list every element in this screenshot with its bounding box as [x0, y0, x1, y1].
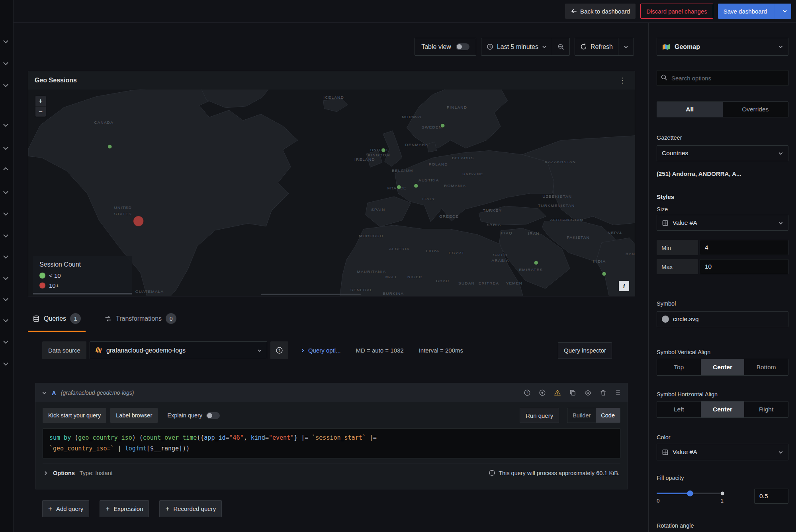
drag-handle-icon[interactable]	[615, 389, 621, 396]
run-query-button[interactable]: Run query	[520, 408, 559, 423]
query-options-collapse[interactable]: Query opti...	[300, 347, 341, 354]
sidebar-chevron-down-icon[interactable]	[3, 296, 8, 301]
add-query-button[interactable]: + Add query	[42, 500, 89, 517]
panel-header[interactable]: Geo Sessions ⋮	[28, 71, 635, 90]
sidebar-chevron-down-icon[interactable]	[3, 275, 8, 280]
symbol-select[interactable]: circle.svg	[657, 311, 788, 327]
query-inspector-button[interactable]: Query inspector	[558, 342, 612, 359]
save-dashboard-menu-button[interactable]	[778, 9, 791, 14]
legend-dot-icon	[39, 283, 45, 288]
legend-scrollbar[interactable]	[33, 293, 132, 294]
chevron-right-icon	[300, 348, 305, 353]
options-label[interactable]: Options	[53, 470, 75, 476]
chevron-down-icon	[778, 151, 783, 156]
symbol-horizontal-align-left[interactable]: Left	[657, 401, 701, 417]
tab-transformations[interactable]: Transformations 0	[100, 307, 181, 332]
fill-opacity-slider[interactable]	[657, 493, 724, 494]
time-range-picker[interactable]: Last 5 minutes	[481, 38, 552, 55]
eye-icon[interactable]	[584, 389, 592, 397]
symbol-horizontal-align-right[interactable]: Right	[744, 401, 788, 417]
gazetteer-select[interactable]: Countries	[657, 145, 788, 161]
symbol-vertical-align-top[interactable]: Top	[657, 359, 701, 375]
min-input[interactable]: 4	[700, 240, 788, 255]
time-range-zoom-out-button[interactable]	[552, 38, 569, 55]
copy-icon[interactable]	[569, 389, 576, 396]
sidebar-chevron-down-icon[interactable]	[3, 232, 8, 238]
chevron-right-icon[interactable]	[43, 471, 48, 475]
help-circle-icon[interactable]: ?	[524, 389, 531, 396]
add-expression-button[interactable]: + Expression	[100, 500, 149, 517]
panel-toolbar: Table view Last 5 minutes	[415, 38, 634, 56]
sidebar-chevron-down-icon[interactable]	[3, 339, 8, 344]
options-tab-overrides[interactable]: Overrides	[723, 102, 788, 117]
code-mode-button[interactable]: Code	[596, 408, 620, 423]
visualization-picker[interactable]: Geomap	[657, 38, 788, 56]
arrow-left-icon	[571, 8, 577, 14]
warning-icon[interactable]	[554, 389, 561, 396]
logql-code-editor[interactable]: sum by (geo_country_iso) (count_over_tim…	[43, 428, 620, 458]
legend-item-label: < 10	[49, 272, 61, 279]
sidebar-chevron-down-icon[interactable]	[3, 253, 8, 259]
datasource-help-button[interactable]: ?	[270, 341, 288, 359]
panel-menu-kebab-icon[interactable]: ⋮	[616, 75, 628, 86]
tab-transformations-label: Transformations	[116, 315, 162, 322]
legend-item[interactable]: 10+	[39, 282, 125, 289]
sidebar-chevron-down-icon[interactable]	[3, 82, 8, 87]
transformations-count-badge: 0	[166, 313, 176, 324]
table-view-toggle[interactable]	[456, 43, 469, 50]
map-attribution-info-icon[interactable]: i	[619, 281, 629, 291]
label-browser-button[interactable]: Label browser	[110, 408, 158, 423]
discard-panel-changes-button[interactable]: Discard panel changes	[640, 4, 713, 19]
button-divider	[775, 4, 775, 19]
map-horizontal-scrollbar[interactable]	[261, 294, 361, 295]
builder-mode-button[interactable]: Builder	[567, 408, 596, 423]
svg-text:NORWAY: NORWAY	[402, 115, 422, 119]
legend-item[interactable]: < 10	[39, 272, 125, 279]
save-dashboard-button[interactable]: Save dashboard	[718, 4, 791, 19]
svg-text:AFGHANISTAN: AFGHANISTAN	[550, 218, 583, 222]
query-editor-body: Kick start your query Label browser Expl…	[35, 402, 628, 489]
query-row-header[interactable]: A (grafanacloud-geodemo-logs) ?	[35, 383, 628, 402]
target-icon[interactable]	[539, 389, 546, 396]
slider-fill	[657, 493, 690, 494]
options-tab-all[interactable]: All	[657, 102, 723, 117]
symbol-vertical-align-label: Symbol Vertical Align	[657, 349, 788, 355]
sidebar-chevron-down-icon[interactable]	[3, 38, 8, 43]
refresh-interval-button[interactable]	[618, 38, 634, 55]
symbol-vertical-align-center[interactable]: Center	[701, 359, 745, 375]
sidebar-chevron-down-icon[interactable]	[3, 145, 8, 150]
fill-opacity-input[interactable]: 0.5	[754, 489, 788, 504]
sidebar-chevron-down-icon[interactable]	[3, 189, 8, 194]
size-field-value: Value #A	[673, 219, 697, 226]
fill-opacity-slider-handle[interactable]	[687, 491, 693, 497]
sidebar-chevron-down-icon[interactable]	[3, 317, 8, 322]
symbol-horizontal-align-center[interactable]: Center	[701, 401, 745, 417]
geomap-canvas[interactable]: CANADAUNITEDSTATESGUATEMALAICELANDNORWAY…	[28, 90, 635, 296]
interval-readout: Interval = 200ms	[419, 347, 463, 354]
sidebar-chevron-down-icon[interactable]	[3, 210, 8, 216]
options-search-input[interactable]	[657, 70, 788, 86]
sidebar-chevron-down-icon[interactable]	[3, 60, 8, 65]
size-field-select[interactable]: Value #A	[657, 215, 788, 231]
symbol-vertical-align-bottom[interactable]: Bottom	[744, 359, 788, 375]
add-recorded-query-button[interactable]: + Recorded query	[159, 500, 222, 517]
explain-query-toggle[interactable]	[206, 412, 220, 419]
color-field-select[interactable]: Value #A	[657, 444, 788, 460]
plus-icon: +	[106, 505, 110, 513]
svg-text:SPAIN: SPAIN	[371, 207, 385, 212]
max-input[interactable]: 10	[700, 259, 788, 274]
sidebar-chevron-down-icon[interactable]	[3, 361, 8, 366]
datasource-picker[interactable]: grafanacloud-geodemo-logs	[90, 341, 267, 359]
zoom-out-button[interactable]: −	[35, 106, 46, 117]
chevron-down-icon[interactable]	[42, 390, 47, 396]
zoom-in-button[interactable]: +	[35, 96, 46, 106]
svg-text:MOROCCO: MOROCCO	[359, 234, 383, 238]
tab-queries[interactable]: Queries 1	[28, 307, 86, 332]
refresh-button[interactable]: Refresh	[575, 38, 618, 55]
sidebar-chevron-up-icon[interactable]	[3, 167, 8, 172]
query-row-a: A (grafanacloud-geodemo-logs) ?	[35, 383, 628, 489]
trash-icon[interactable]	[600, 389, 607, 396]
back-to-dashboard-button[interactable]: Back to dashboard	[565, 4, 636, 19]
kick-start-query-button[interactable]: Kick start your query	[43, 408, 106, 423]
sidebar-chevron-down-icon[interactable]	[3, 122, 8, 127]
